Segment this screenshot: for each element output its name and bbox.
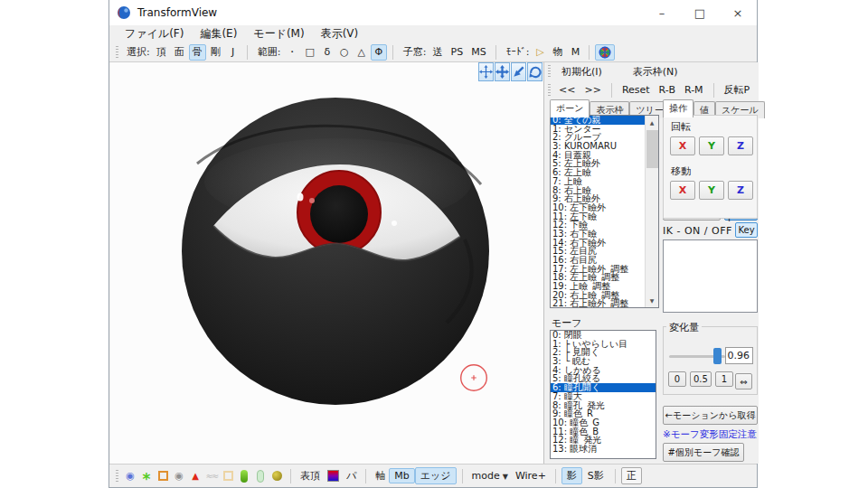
morph-item[interactable]: 12: 瞳_発光 — [551, 436, 656, 445]
subwindow-toggle[interactable]: MS — [467, 44, 489, 61]
morph-item[interactable]: 4: しかめる — [551, 366, 656, 375]
morph-slider-thumb[interactable] — [713, 348, 722, 364]
bone-item[interactable]: 9: 右上瞼外 — [551, 194, 645, 203]
reset-morph-button[interactable]: R-M — [680, 83, 708, 97]
edge-toggle[interactable]: エッジ — [415, 467, 457, 484]
move-axis-button[interactable]: Z — [728, 181, 753, 200]
bone-list-scrollbar[interactable]: ▲ ▼ — [645, 116, 658, 307]
preset-value-button[interactable]: 1 — [715, 371, 733, 387]
mode-toggle[interactable]: M — [567, 44, 583, 61]
menu-item[interactable]: 編集(E) — [192, 25, 245, 42]
select-toggle[interactable]: J — [225, 44, 241, 61]
scroll-up-icon[interactable]: ▲ — [646, 116, 658, 129]
bone-item[interactable]: 21: 右上瞼外_調整 — [551, 299, 645, 308]
maximize-button[interactable]: □ — [681, 0, 719, 25]
bone-item[interactable]: 14: 右下瞼外 — [551, 239, 645, 248]
bone-item[interactable]: 15: 左目尻 — [551, 247, 645, 256]
menu-item[interactable]: 表示(V) — [313, 25, 367, 42]
radio-gray-icon[interactable]: ◉ — [172, 469, 186, 483]
get-from-motion-button[interactable]: ←モーションから取得 — [663, 406, 758, 425]
scroll-down-icon[interactable]: ▼ — [646, 294, 658, 307]
move-view-button[interactable] — [495, 62, 510, 81]
bone-item[interactable]: 20: 右上瞼_調整 — [551, 291, 645, 300]
bone-item[interactable]: 19: 上瞼_調整 — [551, 282, 645, 291]
triangle-icon[interactable]: ▲ — [188, 469, 203, 483]
statusbar-grip[interactable] — [116, 470, 118, 483]
bone-item[interactable]: 16: 右目尻 — [551, 256, 645, 265]
range-toggle[interactable]: δ — [319, 44, 335, 61]
bone-item[interactable]: 8: 右上瞼 — [551, 186, 645, 195]
scroll-thumb[interactable] — [646, 130, 658, 168]
self-shadow-toggle[interactable]: S影 — [582, 467, 609, 484]
menu-display-frame[interactable]: 表示枠(N) — [626, 64, 685, 80]
morph-item[interactable]: 2: ├ 見開く — [551, 348, 656, 357]
redo-button[interactable]: >> — [580, 83, 605, 97]
move-axis-button[interactable]: X — [670, 181, 695, 200]
bone-item[interactable]: 2: グループ — [551, 133, 645, 142]
toolbar-grip[interactable] — [116, 46, 118, 59]
bone-item[interactable]: 5: 左上瞼外 — [551, 159, 645, 168]
bone-item[interactable]: 4: 目蓋親 — [551, 151, 645, 160]
gizmo-orb-button[interactable] — [595, 44, 615, 61]
range-toggle[interactable]: Φ — [371, 44, 387, 61]
morph-item[interactable]: 11: 瞳色_B — [551, 427, 656, 436]
morph-item[interactable]: 7: 瞳大 — [551, 392, 656, 401]
subwindow-toggle[interactable]: 送 — [429, 44, 447, 61]
history-grip[interactable] — [548, 84, 551, 97]
select-toggle[interactable]: 面 — [171, 44, 188, 61]
morph-item[interactable]: 1: ├ いやらしい目 — [551, 340, 656, 349]
select-toggle[interactable]: 剛 — [207, 44, 224, 61]
mode-dropdown[interactable]: mode▼ — [468, 469, 512, 483]
morph-item[interactable]: 3: └ 睨む — [551, 357, 656, 366]
bone-item[interactable]: 17: 左上瞼外_調整 — [551, 265, 645, 274]
subwindow-toggle[interactable]: PS — [448, 44, 467, 61]
range-toggle[interactable]: ○ — [336, 44, 353, 61]
list-tab[interactable]: ボーン — [550, 99, 590, 117]
dashed-box-icon[interactable] — [156, 469, 170, 483]
invert-pose-button[interactable]: 反転P — [720, 82, 755, 98]
weight-gradient-icon[interactable] — [327, 470, 339, 482]
menu-item[interactable]: モード(M) — [245, 25, 312, 42]
operation-tab[interactable]: 操作 — [663, 99, 693, 117]
range-toggle[interactable]: △ — [354, 44, 370, 61]
individual-morph-button[interactable]: #個別モーフ確認 — [663, 443, 744, 462]
preset-value-button[interactable]: 0.5 — [690, 371, 712, 387]
menu-initialize[interactable]: 初期化(I) — [554, 64, 609, 80]
front-vertex-toggle[interactable]: 表頂 — [297, 468, 324, 483]
bone-item[interactable]: 11: 左下瞼 — [551, 212, 645, 221]
key-button[interactable]: Key — [735, 222, 758, 238]
swap-button[interactable]: ⇔ — [735, 373, 752, 389]
morph-item[interactable]: 5: 瞳孔絞る — [551, 374, 656, 383]
rotate-view-button[interactable] — [527, 62, 542, 81]
undo-button[interactable]: << — [554, 83, 580, 97]
reset-all-button[interactable]: Reset — [618, 83, 655, 97]
rotate-axis-button[interactable]: Z — [728, 136, 753, 155]
morph-item[interactable]: 0: 閉眼 — [551, 331, 656, 340]
burst-icon[interactable]: * — [139, 469, 154, 483]
axis-toggle[interactable]: 軸 — [372, 468, 389, 483]
preset-value-button[interactable]: 0 — [668, 371, 686, 387]
bone-item[interactable]: 13: 右下瞼 — [551, 230, 645, 239]
capsule-green-icon[interactable] — [237, 469, 251, 483]
weight-toggle[interactable]: パ — [343, 468, 360, 483]
morph-item[interactable]: 9: 瞳色_R — [551, 409, 656, 418]
menu-item[interactable]: ファイル(F) — [117, 25, 192, 42]
minimize-button[interactable]: – — [643, 0, 681, 25]
morph-value-field[interactable]: 0.96 — [725, 347, 753, 364]
range-toggle[interactable]: □ — [301, 44, 317, 61]
wire-toggle[interactable]: Wire+ — [512, 469, 550, 483]
morph-item[interactable]: 10: 瞳色_G — [551, 418, 656, 427]
bone-item[interactable]: 7: 上瞼 — [551, 177, 645, 186]
zoom-view-button[interactable] — [511, 62, 526, 81]
blob-olive-icon[interactable] — [269, 469, 284, 483]
reset-bone-button[interactable]: R-B — [655, 83, 680, 97]
select-toggle[interactable]: 骨 — [189, 44, 206, 61]
bone-item[interactable]: 18: 左上瞼_調整 — [551, 273, 645, 282]
select-toggle[interactable]: 頂 — [153, 44, 170, 61]
select-radio-icon[interactable]: ◉ — [123, 469, 137, 483]
rotate-axis-button[interactable]: Y — [699, 136, 724, 155]
morph-item[interactable]: 6: 瞳孔開く — [551, 383, 656, 392]
morph-item[interactable]: 13: 眼球消 — [551, 445, 656, 454]
bone-item[interactable]: 10: 左下瞼外 — [551, 203, 645, 212]
close-button[interactable]: × — [719, 0, 757, 25]
